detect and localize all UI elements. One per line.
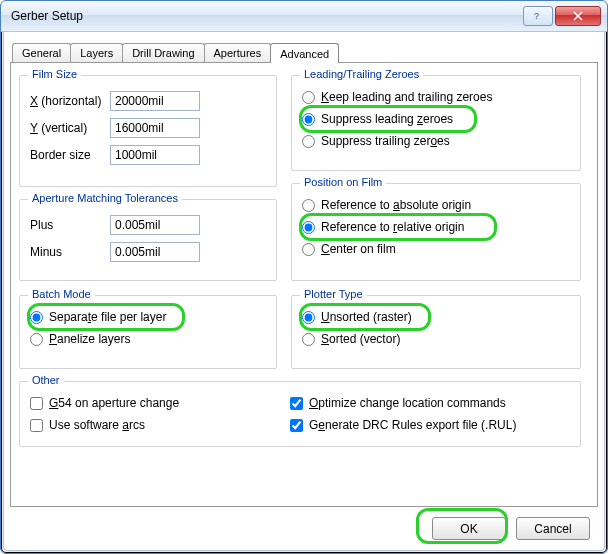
label-x: X (horizontal) [30, 94, 110, 108]
legend-position: Position on Film [300, 176, 386, 188]
radio-absolute-origin[interactable]: Reference to absolute origin [302, 194, 570, 216]
check-g54[interactable]: G54 on aperture change [30, 392, 290, 414]
cancel-button[interactable]: Cancel [516, 517, 590, 540]
ok-button[interactable]: OK [432, 517, 506, 540]
legend-plotter: Plotter Type [300, 288, 367, 300]
input-x[interactable] [110, 91, 200, 111]
check-generate-drc[interactable]: Generate DRC Rules export file (.RUL) [290, 414, 516, 436]
titlebar: Gerber Setup ? [1, 1, 607, 32]
window-buttons: ? [523, 6, 601, 26]
input-y[interactable] [110, 118, 200, 138]
legend-batch: Batch Mode [28, 288, 95, 300]
svg-text:?: ? [534, 11, 539, 21]
check-optimize[interactable]: Optimize change location commands [290, 392, 516, 414]
check-software-arcs[interactable]: Use software arcs [30, 414, 290, 436]
input-plus[interactable] [110, 215, 200, 235]
window-title: Gerber Setup [11, 9, 523, 23]
client-area: General Layers Drill Drawing Apertures A… [3, 31, 605, 551]
label-minus: Minus [30, 245, 110, 259]
tab-layers[interactable]: Layers [70, 43, 123, 62]
label-border: Border size [30, 148, 110, 162]
radio-panelize[interactable]: Panelize layers [30, 328, 266, 350]
radio-suppress-leading[interactable]: Suppress leading zeroes [302, 108, 570, 130]
radio-suppress-trailing[interactable]: Suppress trailing zeroes [302, 130, 570, 152]
radio-relative-origin[interactable]: Reference to relative origin [302, 216, 570, 238]
radio-unsorted[interactable]: Unsorted (raster) [302, 306, 570, 328]
legend-aperture-tol: Aperture Matching Tolerances [28, 192, 182, 204]
tabstrip: General Layers Drill Drawing Apertures A… [12, 40, 598, 62]
radio-center-film[interactable]: Center on film [302, 238, 570, 260]
radio-separate-file[interactable]: Separate file per layer [30, 306, 266, 328]
legend-other: Other [28, 374, 64, 386]
group-film-size: Film Size X (horizontal) Y (vertical) Bo… [19, 75, 277, 187]
tab-general[interactable]: General [12, 43, 71, 62]
legend-film-size: Film Size [28, 68, 81, 80]
tab-drill-drawing[interactable]: Drill Drawing [122, 43, 204, 62]
button-bar: OK Cancel [10, 507, 598, 544]
dialog-window: Gerber Setup ? General Layers Drill Draw… [0, 0, 608, 554]
tabpage-advanced: Film Size X (horizontal) Y (vertical) Bo… [10, 62, 598, 507]
group-aperture-tolerances: Aperture Matching Tolerances Plus Minus [19, 199, 277, 281]
help-icon: ? [533, 11, 543, 21]
radio-keep-zeroes[interactable]: Keep leading and trailing zeroes [302, 86, 570, 108]
label-y: Y (vertical) [30, 121, 110, 135]
close-icon [573, 11, 583, 21]
radio-sorted[interactable]: Sorted (vector) [302, 328, 570, 350]
legend-zeroes: Leading/Trailing Zeroes [300, 68, 423, 80]
close-button[interactable] [555, 6, 601, 26]
help-button[interactable]: ? [523, 6, 553, 26]
tab-advanced[interactable]: Advanced [270, 43, 339, 63]
group-position: Position on Film Reference to absolute o… [291, 183, 581, 281]
input-minus[interactable] [110, 242, 200, 262]
label-plus: Plus [30, 218, 110, 232]
tab-apertures[interactable]: Apertures [204, 43, 272, 62]
group-batch-mode: Batch Mode Separate file per layer Panel… [19, 295, 277, 369]
group-other: Other G54 on aperture change Use softwar… [19, 381, 581, 447]
group-plotter-type: Plotter Type Unsorted (raster) Sorted (v… [291, 295, 581, 369]
group-zeroes: Leading/Trailing Zeroes Keep leading and… [291, 75, 581, 171]
input-border[interactable] [110, 145, 200, 165]
